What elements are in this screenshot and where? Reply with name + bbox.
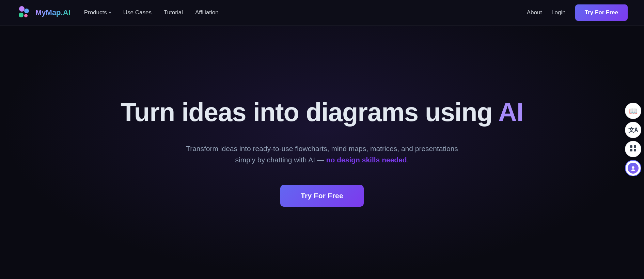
apps-icon <box>629 145 637 154</box>
nav-link-about[interactable]: About <box>527 9 542 16</box>
hero-section: Turn ideas into diagrams using AI Transf… <box>0 26 644 279</box>
nav-links: Products ▾ Use Cases Tutorial Affiliatio… <box>84 9 219 16</box>
nav-link-affiliation[interactable]: Affiliation <box>195 9 219 16</box>
hero-title: Turn ideas into diagrams using AI <box>121 98 523 127</box>
book-icon-button[interactable]: 📖 <box>625 103 641 119</box>
svg-rect-4 <box>630 145 632 148</box>
navbar-left: MyMap.AI Products ▾ Use Cases Tutorial A… <box>16 5 219 20</box>
svg-point-9 <box>631 170 635 171</box>
hero-subtitle-highlight: no design skills needed <box>326 156 407 164</box>
svg-point-2 <box>19 13 23 17</box>
apps-icon-button[interactable] <box>625 141 641 157</box>
chat-avatar <box>628 163 639 174</box>
hero-title-part1: Turn ideas into diagrams using <box>121 98 498 127</box>
nav-link-tutorial-label: Tutorial <box>164 9 183 16</box>
hero-title-ai: AI <box>498 98 523 127</box>
nav-link-use-cases-label: Use Cases <box>123 9 152 16</box>
nav-link-login[interactable]: Login <box>551 9 566 16</box>
navbar-right: About Login Try For Free <box>527 4 628 21</box>
svg-point-8 <box>632 166 634 169</box>
try-free-button-nav[interactable]: Try For Free <box>575 4 628 21</box>
hero-subtitle-part2: simply by chatting with AI — <box>235 156 326 164</box>
svg-point-0 <box>19 6 25 12</box>
svg-point-3 <box>24 14 28 17</box>
try-free-button-hero[interactable]: Try For Free <box>280 185 364 207</box>
book-icon: 📖 <box>629 107 638 115</box>
logo-text: MyMap.AI <box>35 8 70 17</box>
navbar: MyMap.AI Products ▾ Use Cases Tutorial A… <box>0 0 644 26</box>
svg-point-1 <box>24 9 29 13</box>
nav-link-use-cases[interactable]: Use Cases <box>123 9 152 16</box>
logo-container[interactable]: MyMap.AI <box>16 5 70 20</box>
nav-link-products-label: Products <box>84 9 107 16</box>
translate-icon: 文A <box>628 126 638 134</box>
nav-link-products[interactable]: Products ▾ <box>84 9 111 16</box>
logo-icon <box>16 5 32 20</box>
chevron-down-icon: ▾ <box>109 10 111 15</box>
nav-link-affiliation-label: Affiliation <box>195 9 219 16</box>
hero-subtitle: Transform ideas into ready-to-use flowch… <box>186 143 458 166</box>
svg-rect-6 <box>630 149 632 151</box>
floating-sidebar: 📖 文A <box>625 103 644 176</box>
hero-subtitle-end: . <box>407 156 409 164</box>
hero-subtitle-part1: Transform ideas into ready-to-use flowch… <box>186 145 458 152</box>
svg-rect-5 <box>634 145 636 148</box>
svg-rect-7 <box>634 149 636 151</box>
translate-icon-button[interactable]: 文A <box>625 122 641 138</box>
chat-icon-button[interactable] <box>625 160 641 176</box>
nav-link-tutorial[interactable]: Tutorial <box>164 9 183 16</box>
